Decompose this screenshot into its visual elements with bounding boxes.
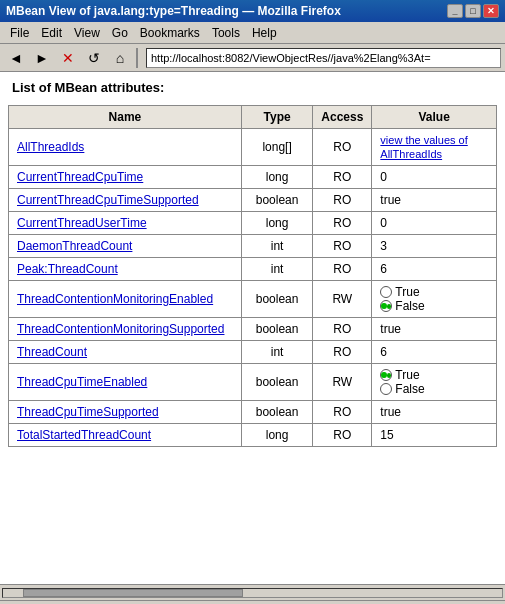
table-row: ThreadCountintRO6: [9, 341, 497, 364]
cell-access: RO: [313, 166, 372, 189]
scroll-area[interactable]: List of MBean attributes: Name Type Acce…: [0, 72, 505, 584]
cell-value: true: [372, 189, 497, 212]
radio-label: True: [395, 285, 419, 299]
cell-name: ThreadContentionMonitoringEnabled: [9, 281, 242, 318]
menu-tools[interactable]: Tools: [206, 24, 246, 42]
back-button[interactable]: ◄: [4, 47, 28, 69]
menu-go[interactable]: Go: [106, 24, 134, 42]
cell-access: RO: [313, 318, 372, 341]
page-heading: List of MBean attributes:: [12, 80, 497, 95]
table-row: CurrentThreadCpuTimelongRO0: [9, 166, 497, 189]
attribute-name-link[interactable]: CurrentThreadCpuTime: [17, 170, 143, 184]
cell-type: boolean: [241, 281, 312, 318]
cell-type: long: [241, 424, 312, 447]
table-row: TotalStartedThreadCountlongRO15: [9, 424, 497, 447]
refresh-button[interactable]: ↺: [82, 47, 106, 69]
window-title: MBean View of java.lang:type=Threading —…: [6, 4, 341, 18]
table-row: ThreadContentionMonitoringEnabledboolean…: [9, 281, 497, 318]
address-input[interactable]: [146, 48, 501, 68]
attribute-name-link[interactable]: CurrentThreadUserTime: [17, 216, 147, 230]
cell-value: 15: [372, 424, 497, 447]
hscroll-track[interactable]: [2, 588, 503, 598]
radio-label: True: [395, 368, 419, 382]
menu-help[interactable]: Help: [246, 24, 283, 42]
statusbar: Done: [0, 600, 505, 604]
radio-option[interactable]: False: [380, 382, 488, 396]
cell-access: RO: [313, 235, 372, 258]
attribute-name-link[interactable]: DaemonThreadCount: [17, 239, 132, 253]
cell-access: RO: [313, 189, 372, 212]
radio-group: TrueFalse: [380, 285, 488, 313]
col-header-name: Name: [9, 106, 242, 129]
radio-option[interactable]: False: [380, 299, 488, 313]
maximize-button[interactable]: □: [465, 4, 481, 18]
cell-value: true: [372, 318, 497, 341]
cell-access: RO: [313, 129, 372, 166]
cell-name: ThreadCpuTimeEnabled: [9, 364, 242, 401]
cell-type: long[]: [241, 129, 312, 166]
cell-access: RO: [313, 401, 372, 424]
cell-type: boolean: [241, 364, 312, 401]
cell-access: RO: [313, 258, 372, 281]
attribute-name-link[interactable]: TotalStartedThreadCount: [17, 428, 151, 442]
cell-value: true: [372, 401, 497, 424]
attribute-name-link[interactable]: ThreadContentionMonitoringSupported: [17, 322, 224, 336]
close-button[interactable]: ✕: [483, 4, 499, 18]
cell-access: RO: [313, 424, 372, 447]
cell-type: boolean: [241, 318, 312, 341]
attribute-name-link[interactable]: Peak:ThreadCount: [17, 262, 118, 276]
attribute-name-link[interactable]: CurrentThreadCpuTimeSupported: [17, 193, 199, 207]
menu-view[interactable]: View: [68, 24, 106, 42]
radio-option[interactable]: True: [380, 285, 488, 299]
stop-button[interactable]: ✕: [56, 47, 80, 69]
cell-value: 0: [372, 166, 497, 189]
forward-button[interactable]: ►: [30, 47, 54, 69]
minimize-button[interactable]: _: [447, 4, 463, 18]
home-button[interactable]: ⌂: [108, 47, 132, 69]
cell-access: RW: [313, 364, 372, 401]
cell-name: ThreadCount: [9, 341, 242, 364]
menubar: File Edit View Go Bookmarks Tools Help: [0, 22, 505, 44]
toolbar: ◄ ► ✕ ↺ ⌂: [0, 44, 505, 72]
attribute-name-link[interactable]: ThreadCpuTimeEnabled: [17, 375, 147, 389]
attribute-name-link[interactable]: ThreadCpuTimeSupported: [17, 405, 159, 419]
cell-name: DaemonThreadCount: [9, 235, 242, 258]
cell-value: 3: [372, 235, 497, 258]
cell-name: AllThreadIds: [9, 129, 242, 166]
cell-type: boolean: [241, 189, 312, 212]
table-row: CurrentThreadCpuTimeSupportedbooleanROtr…: [9, 189, 497, 212]
cell-value: 0: [372, 212, 497, 235]
hscroll-bar: [0, 584, 505, 600]
attributes-table: Name Type Access Value AllThreadIdslong[…: [8, 105, 497, 447]
cell-type: int: [241, 341, 312, 364]
col-header-type: Type: [241, 106, 312, 129]
attribute-name-link[interactable]: ThreadCount: [17, 345, 87, 359]
value-link[interactable]: view the values of AllThreadIds: [380, 134, 467, 160]
menu-file[interactable]: File: [4, 24, 35, 42]
radio-circle-icon: [380, 286, 392, 298]
radio-group: TrueFalse: [380, 368, 488, 396]
cell-type: int: [241, 258, 312, 281]
cell-name: TotalStartedThreadCount: [9, 424, 242, 447]
cell-value: TrueFalse: [372, 364, 497, 401]
radio-circle-icon: [380, 300, 392, 312]
cell-name: ThreadCpuTimeSupported: [9, 401, 242, 424]
cell-value: 6: [372, 258, 497, 281]
attribute-name-link[interactable]: AllThreadIds: [17, 140, 84, 154]
table-row: ThreadContentionMonitoringSupportedboole…: [9, 318, 497, 341]
cell-name: CurrentThreadCpuTimeSupported: [9, 189, 242, 212]
cell-access: RO: [313, 341, 372, 364]
menu-edit[interactable]: Edit: [35, 24, 68, 42]
table-row: AllThreadIdslong[]ROview the values of A…: [9, 129, 497, 166]
cell-value: TrueFalse: [372, 281, 497, 318]
menu-bookmarks[interactable]: Bookmarks: [134, 24, 206, 42]
toolbar-separator: [136, 48, 138, 68]
cell-value: 6: [372, 341, 497, 364]
window-titlebar: MBean View of java.lang:type=Threading —…: [0, 0, 505, 22]
col-header-access: Access: [313, 106, 372, 129]
cell-type: int: [241, 235, 312, 258]
attribute-name-link[interactable]: ThreadContentionMonitoringEnabled: [17, 292, 213, 306]
table-row: DaemonThreadCountintRO3: [9, 235, 497, 258]
table-row: ThreadCpuTimeEnabledbooleanRWTrueFalse: [9, 364, 497, 401]
radio-option[interactable]: True: [380, 368, 488, 382]
